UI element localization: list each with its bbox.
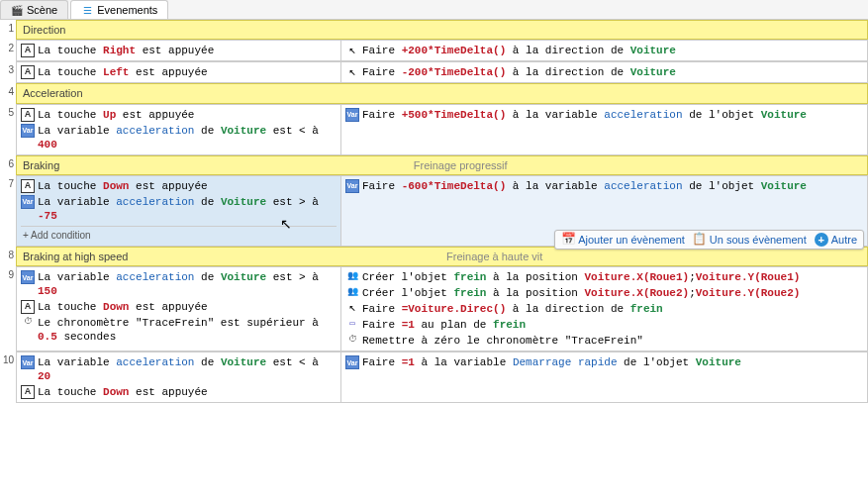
variable-icon: Var — [21, 124, 35, 138]
event-row[interactable]: Var La variable acceleration de Voiture … — [16, 352, 868, 403]
line-number: 4 — [0, 83, 16, 103]
plus-icon: + — [815, 233, 828, 247]
action-reset-timer[interactable]: ⏱ Remettre à zéro le chronomètre "TraceF… — [345, 333, 863, 349]
condition-key-pressed[interactable]: A La touche Down est appuyée — [21, 178, 337, 194]
arrow-icon: ↖ — [345, 65, 359, 79]
condition-timer[interactable]: ⏱ Le chronomètre "TraceFrein" est supéri… — [21, 315, 337, 345]
arrow-icon: ↖ — [345, 302, 359, 316]
layer-icon: ▭ — [345, 318, 359, 332]
create-object-icon: 👥 — [345, 286, 359, 300]
event-row[interactable]: A La touche Up est appuyée Var La variab… — [16, 104, 868, 155]
group-title: Direction — [23, 23, 65, 37]
list-icon: ☰ — [81, 4, 93, 16]
condition-variable[interactable]: Var La variable acceleration de Voiture … — [21, 123, 337, 152]
group-subtitle: Freinage progressif — [59, 158, 861, 172]
condition-key-pressed[interactable]: A La touche Down est appuyée — [21, 384, 337, 400]
group-header-direction[interactable]: Direction — [16, 20, 868, 40]
sub-event-icon: 📋 — [693, 233, 707, 247]
group-header-acceleration[interactable]: Acceleration — [16, 83, 868, 103]
action-variable[interactable]: Var Faire =1 à la variable Demarrage rap… — [345, 354, 863, 370]
group-subtitle: Freinage à haute vit — [128, 250, 861, 263]
event-row[interactable]: A La touche Left est appuyée ↖ Faire -20… — [16, 61, 868, 83]
action-variable[interactable]: Var Faire -600*TimeDelta() à la variable… — [345, 178, 863, 194]
variable-icon: Var — [345, 108, 359, 122]
condition-key-pressed[interactable]: A La touche Down est appuyée — [21, 299, 337, 315]
keyboard-icon: A — [21, 44, 35, 57]
timer-icon: ⏱ — [21, 316, 35, 330]
variable-icon: Var — [21, 355, 35, 369]
condition-variable[interactable]: Var La variable acceleration de Voiture … — [21, 354, 337, 384]
action-zorder[interactable]: ▭ Faire =1 au plan de frein — [345, 317, 863, 333]
line-number: 7 — [0, 175, 16, 247]
keyboard-icon: A — [21, 108, 35, 122]
condition-variable[interactable]: Var La variable acceleration de Voiture … — [21, 269, 337, 299]
variable-icon: Var — [345, 355, 359, 369]
condition-key-pressed[interactable]: A La touche Right est appuyée — [21, 43, 337, 58]
line-number: 8 — [0, 247, 16, 266]
line-number: 3 — [0, 61, 16, 83]
event-row[interactable]: A La touche Right est appuyée ↖ Faire +2… — [16, 40, 868, 61]
keyboard-icon: A — [21, 65, 35, 79]
action-direction[interactable]: ↖ Faire -200*TimeDelta() à la direction … — [345, 64, 863, 80]
keyboard-icon: A — [21, 300, 35, 314]
sub-event-button[interactable]: 📋 Un sous évènement — [693, 233, 807, 247]
add-event-button[interactable]: 📅 Ajouter un évènement — [561, 233, 685, 247]
event-row[interactable]: Var La variable acceleration de Voiture … — [16, 266, 868, 352]
variable-icon: Var — [345, 179, 359, 193]
keyboard-icon: A — [21, 385, 35, 399]
line-number: 6 — [0, 155, 16, 175]
group-title: Braking — [23, 158, 59, 172]
line-number: 1 — [0, 20, 16, 40]
variable-icon: Var — [21, 195, 35, 209]
events-editor: 1 Direction 2 A La touche Right est appu… — [0, 20, 868, 403]
clapper-icon: 🎬 — [11, 4, 23, 16]
tab-label: Scène — [27, 4, 57, 16]
line-number: 9 — [0, 266, 16, 352]
tab-label: Evenements — [97, 4, 157, 16]
create-object-icon: 👥 — [345, 270, 359, 284]
variable-icon: Var — [21, 270, 35, 284]
tab-scene[interactable]: 🎬 Scène — [0, 0, 68, 19]
context-toolbar: 📅 Ajouter un évènement 📋 Un sous évèneme… — [554, 230, 864, 250]
line-number: 10 — [0, 352, 16, 403]
cursor-icon: ↖ — [280, 215, 292, 233]
line-number: 2 — [0, 40, 16, 61]
action-direction[interactable]: ↖ Faire +200*TimeDelta() à la direction … — [345, 43, 863, 58]
condition-key-pressed[interactable]: A La touche Up est appuyée — [21, 107, 337, 123]
condition-key-pressed[interactable]: A La touche Left est appuyée — [21, 64, 337, 80]
group-title: Braking at high speed — [23, 250, 128, 263]
add-event-icon: 📅 — [561, 233, 575, 247]
timer-reset-icon: ⏱ — [345, 334, 359, 348]
tab-events[interactable]: ☰ Evenements — [70, 0, 168, 19]
action-create-object[interactable]: 👥 Créer l'objet frein à la position Voit… — [345, 269, 863, 285]
tab-bar: 🎬 Scène ☰ Evenements — [0, 0, 868, 20]
action-direction[interactable]: ↖ Faire =Voiture.Direc() à la direction … — [345, 301, 863, 317]
group-title: Acceleration — [23, 86, 83, 100]
line-number: 5 — [0, 104, 16, 155]
other-button[interactable]: + Autre — [815, 233, 857, 247]
action-create-object[interactable]: 👥 Créer l'objet frein à la position Voit… — [345, 285, 863, 301]
arrow-icon: ↖ — [345, 44, 359, 57]
keyboard-icon: A — [21, 179, 35, 193]
action-variable[interactable]: Var Faire +500*TimeDelta() à la variable… — [345, 107, 863, 123]
group-header-braking[interactable]: Braking Freinage progressif — [16, 155, 868, 175]
